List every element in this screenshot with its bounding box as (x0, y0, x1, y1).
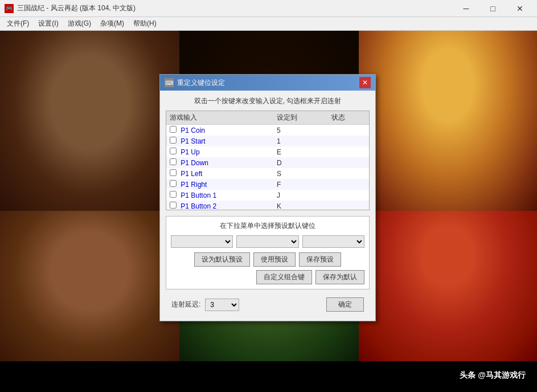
set-default-button[interactable]: 设为默认预设 (194, 252, 250, 267)
preset-dropdown-2[interactable] (236, 235, 298, 248)
app-icon: 🎮 (5, 4, 14, 13)
col-game-input: 游戏输入 (166, 111, 273, 125)
table-row[interactable]: P1 Coin 5 (166, 125, 369, 136)
menu-misc[interactable]: 杂项(M) (96, 18, 129, 30)
menu-game[interactable]: 游戏(G) (63, 18, 96, 30)
preset-buttons-row1: 设为默认预设 使用预设 保存预设 (171, 252, 364, 267)
bg-panel-bottomleft (0, 211, 179, 361)
keybind-key-cell[interactable]: 1 (273, 136, 328, 146)
keybind-status-cell (328, 168, 369, 179)
keybind-key-cell[interactable]: K (273, 201, 328, 210)
bg-panel-topright (359, 31, 537, 211)
maximize-button[interactable]: □ (480, 2, 506, 15)
keybind-status-cell (328, 125, 369, 136)
keybind-action-label: P1 Button 1 (181, 191, 216, 199)
keybind-key-cell[interactable]: J (273, 190, 328, 201)
save-as-default-button[interactable]: 保存为默认 (315, 270, 364, 284)
table-row[interactable]: P1 Down D (166, 157, 369, 168)
watermark: 头条 @马其游戏行 (460, 370, 526, 381)
keybind-status-cell (328, 179, 369, 190)
menu-file[interactable]: 文件(F) (2, 18, 34, 30)
preset-buttons-row2: 自定义组合键 保存为默认 (171, 270, 364, 284)
col-status: 状态 (328, 111, 369, 125)
keybind-checkbox[interactable] (170, 202, 177, 209)
preset-dropdown-3[interactable] (302, 235, 364, 248)
table-row[interactable]: P1 Start 1 (166, 136, 369, 146)
preset-dropdowns-row (171, 235, 364, 248)
bg-panel-topleft (0, 31, 179, 211)
table-row[interactable]: P1 Right F (166, 179, 369, 190)
keybind-checkbox[interactable] (170, 137, 177, 144)
preset-label: 在下拉菜单中选择预设默认键位 (171, 221, 364, 231)
dialog-footer: 连射延迟: 3 1 2 4 5 确定 (166, 294, 370, 315)
keybind-status-cell (328, 136, 369, 146)
custom-combo-button[interactable]: 自定义组合键 (256, 270, 312, 284)
preset-section: 在下拉菜单中选择预设默认键位 设为默认预设 使用预设 保存预设 (166, 216, 370, 289)
menu-settings[interactable]: 设置(I) (34, 18, 63, 30)
keybind-label-cell[interactable]: P1 Coin (166, 125, 273, 136)
keybind-label-cell[interactable]: P1 Button 1 (166, 190, 273, 201)
keybind-label-cell[interactable]: P1 Button 2 (166, 201, 273, 210)
keybind-checkbox[interactable] (170, 148, 177, 154)
keybind-checkbox[interactable] (170, 180, 177, 187)
table-header-row: 游戏输入 设定到 状态 (166, 111, 369, 125)
col-set-to: 设定到 (273, 111, 328, 125)
keybind-status-cell (328, 146, 369, 157)
preset-dropdown-1[interactable] (171, 235, 233, 248)
ok-button[interactable]: 确定 (326, 297, 364, 312)
keybind-action-label: P1 Down (181, 159, 208, 167)
delay-dropdown[interactable]: 3 1 2 4 5 (205, 299, 239, 311)
save-preset-button[interactable]: 保存预设 (299, 252, 341, 267)
keybind-label-cell[interactable]: P1 Start (166, 136, 273, 146)
keybind-key-cell[interactable]: 5 (273, 125, 328, 136)
minimize-button[interactable]: ─ (453, 2, 479, 15)
title-bar: 🎮 三国战纪 - 风云再起 (版本 104, 中文版) ─ □ ✕ (0, 0, 537, 17)
keybind-label-cell[interactable]: P1 Down (166, 157, 273, 168)
keybind-label-cell[interactable]: P1 Left (166, 168, 273, 179)
table-row[interactable]: P1 Left S (166, 168, 369, 179)
dialog-body: 双击一个按键来改变输入设定, 勾选框来开启连射 游戏输入 设定到 状态 P1 C… (160, 91, 375, 321)
keybind-checkbox[interactable] (170, 191, 177, 198)
menu-bar: 文件(F) 设置(I) 游戏(G) 杂项(M) 帮助(H) (0, 17, 537, 31)
bg-panel-bottomright (359, 211, 537, 361)
keybind-action-label: P1 Button 2 (181, 202, 216, 210)
keybind-key-cell[interactable]: S (273, 168, 328, 179)
keybind-checkbox[interactable] (170, 126, 177, 133)
dialog-hint: 双击一个按键来改变输入设定, 勾选框来开启连射 (166, 96, 370, 106)
window-controls: ─ □ ✕ (453, 2, 532, 15)
keybind-action-label: P1 Up (181, 148, 199, 156)
keybind-action-label: P1 Right (181, 181, 207, 189)
close-button[interactable]: ✕ (507, 2, 532, 15)
table-row[interactable]: P1 Button 1 J (166, 190, 369, 201)
keybind-status-cell (328, 190, 369, 201)
table-row[interactable]: P1 Up E (166, 146, 369, 157)
use-preset-button[interactable]: 使用预设 (253, 252, 296, 267)
dialog-icon: ⌨ (165, 78, 174, 87)
keybind-table-container[interactable]: 游戏输入 设定到 状态 P1 Coin 5 P1 Start 1 P1 Up (166, 111, 370, 210)
keybind-dialog: ⌨ 重定义键位设定 ✕ 双击一个按键来改变输入设定, 勾选框来开启连射 游戏输入… (159, 74, 376, 321)
keybind-checkbox[interactable] (170, 158, 177, 165)
keybind-key-cell[interactable]: D (273, 157, 328, 168)
keybind-label-cell[interactable]: P1 Right (166, 179, 273, 190)
keybind-table: 游戏输入 设定到 状态 P1 Coin 5 P1 Start 1 P1 Up (166, 111, 369, 210)
keybind-action-label: P1 Coin (181, 126, 205, 134)
keybind-status-cell (328, 157, 369, 168)
keybind-action-label: P1 Start (181, 137, 205, 145)
dialog-title: 重定义键位设定 (177, 78, 359, 88)
table-row[interactable]: P1 Button 2 K (166, 201, 369, 210)
window-title: 三国战纪 - 风云再起 (版本 104, 中文版) (17, 3, 453, 13)
keybind-checkbox[interactable] (170, 169, 177, 176)
delay-label: 连射延迟: (171, 300, 200, 309)
menu-help[interactable]: 帮助(H) (129, 18, 161, 30)
keybind-key-cell[interactable]: E (273, 146, 328, 157)
keybind-key-cell[interactable]: F (273, 179, 328, 190)
keybind-label-cell[interactable]: P1 Up (166, 146, 273, 157)
dialog-close-button[interactable]: ✕ (359, 77, 371, 88)
keybind-status-cell (328, 201, 369, 210)
dialog-title-bar: ⌨ 重定义键位设定 ✕ (160, 75, 375, 91)
keybind-action-label: P1 Left (181, 170, 202, 178)
